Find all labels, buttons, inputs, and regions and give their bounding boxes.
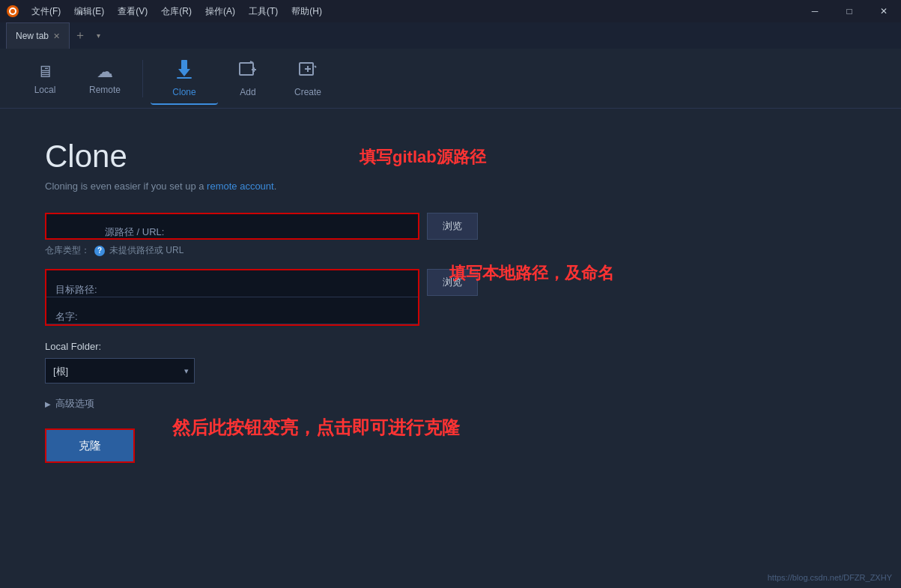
menu-bar: 文件(F) 编辑(E) 查看(V) 仓库(R) 操作(A) 工具(T) 帮助(H… [25,2,328,21]
maximize-button[interactable]: □ [832,0,867,22]
advanced-arrow-icon: ▶ [45,400,51,408]
toolbar-clone[interactable]: Clone [151,52,218,105]
menu-help[interactable]: 帮助(H) [285,2,328,21]
toolbar-local-label: Local [34,85,56,95]
name-input[interactable] [46,297,418,324]
clone-button[interactable]: 克隆 [45,428,135,463]
target-path-input[interactable] [46,270,418,297]
toolbar-add[interactable]: Add [218,52,278,105]
browse-url-button[interactable]: 浏览 [427,213,478,240]
svg-line-11 [315,66,316,67]
toolbar-create-label: Create [294,87,321,97]
advanced-label: 高级选项 [55,397,94,410]
remote-icon: ☁ [97,62,113,82]
advanced-section[interactable]: ▶ 高级选项 [45,397,856,410]
menu-edit[interactable]: 编辑(E) [68,2,110,21]
local-folder-section: Local Folder: [根] ▾ [45,341,856,384]
url-input[interactable] [45,213,419,240]
footer-url: https://blog.csdn.net/DFZR_ZXHY [768,573,892,582]
toolbar: 🖥 Local ☁ Remote Clone [0,49,901,109]
remote-account-link[interactable]: remote account [207,181,274,192]
menu-view[interactable]: 查看(V) [112,2,154,21]
target-row: 目标路径: 名字: 浏览 [45,269,856,330]
toolbar-divider [142,60,143,97]
local-icon: 🖥 [37,62,53,82]
svg-rect-6 [240,63,253,75]
title-bar: 文件(F) 编辑(E) 查看(V) 仓库(R) 操作(A) 工具(T) 帮助(H… [0,0,901,22]
menu-tools[interactable]: 工具(T) [243,2,284,21]
repo-type-value: 未提供路径或 URL [109,244,183,257]
repo-type-row: 仓库类型： ? 未提供路径或 URL [45,244,478,257]
browse-target-button[interactable]: 浏览 [427,269,478,296]
menu-repo[interactable]: 仓库(R) [155,2,198,21]
subtitle-prefix: Cloning is even easier if you set up a [45,181,207,192]
app-icon [6,4,19,18]
new-tab-button[interactable]: ＋ [70,25,91,46]
toolbar-remote-label: Remote [89,85,121,95]
svg-marker-4 [178,69,190,76]
close-button[interactable]: ✕ [867,0,901,22]
tab-close-icon[interactable]: ✕ [53,31,60,41]
clone-subtitle: Cloning is even easier if you set up a r… [45,181,856,192]
subtitle-suffix: . [274,181,277,192]
toolbar-remote[interactable]: ☁ Remote [75,52,135,105]
tab-new[interactable]: New tab ✕ [6,22,70,49]
tab-label: New tab [16,31,49,41]
tab-dropdown-button[interactable]: ▾ [91,28,106,43]
add-icon [238,60,258,84]
repo-type-label: 仓库类型： [45,244,90,257]
toolbar-add-label: Add [240,87,255,97]
clone-icon [174,58,195,84]
clone-title: Clone [45,139,856,175]
tab-bar: New tab ✕ ＋ ▾ [0,22,901,49]
url-row: 源路径 / URL: 浏览 仓库类型： ? 未提供路径或 URL [45,213,856,269]
help-icon[interactable]: ? [94,246,105,256]
local-folder-select[interactable]: [根] [45,358,195,384]
toolbar-clone-label: Clone [172,87,195,97]
toolbar-create[interactable]: Create [278,52,338,105]
main-content: Clone Cloning is even easier if you set … [0,109,901,493]
local-folder-label: Local Folder: [45,341,856,352]
svg-rect-5 [177,77,192,79]
create-icon [298,60,318,84]
svg-rect-3 [181,60,187,70]
svg-point-2 [10,9,15,13]
clone-button-section: 克隆 [45,428,856,463]
target-inputs-container: 目标路径: 名字: [45,269,419,326]
menu-action[interactable]: 操作(A) [199,2,241,21]
minimize-button[interactable]: ─ [798,0,832,22]
local-folder-select-wrapper: [根] ▾ [45,358,195,384]
toolbar-local[interactable]: 🖥 Local [15,52,75,105]
menu-file[interactable]: 文件(F) [25,2,67,21]
